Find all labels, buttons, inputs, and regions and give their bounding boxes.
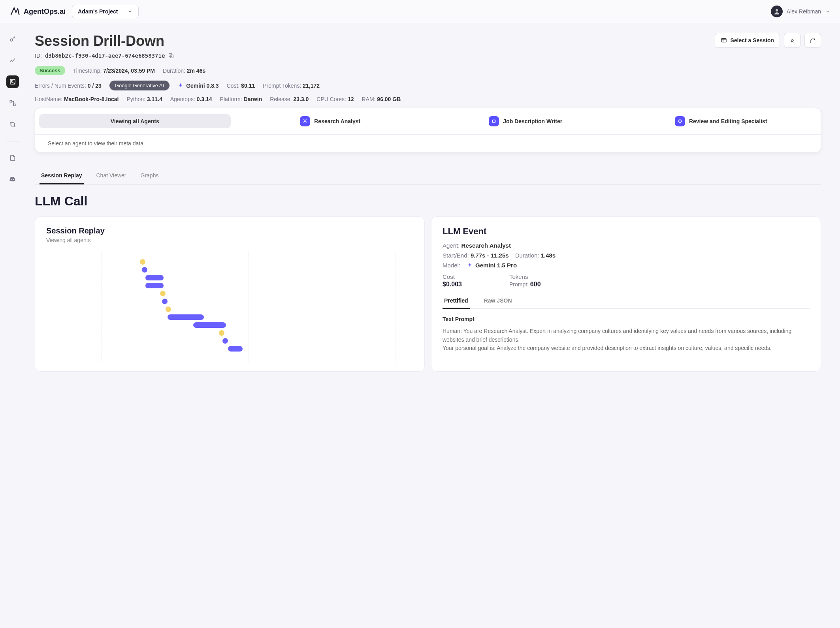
main: Session Drill-Down ID: d3b86b2c-f930-4d1… bbox=[25, 23, 840, 391]
sparkle-icon bbox=[467, 262, 473, 269]
agents-hint: Select an agent to view their meta data bbox=[35, 135, 821, 152]
nav-docs[interactable] bbox=[6, 152, 19, 164]
tab-session-replay[interactable]: Session Replay bbox=[40, 168, 84, 184]
file-icon bbox=[9, 154, 16, 162]
nav-discord[interactable] bbox=[6, 173, 19, 186]
agent-tab-review[interactable]: Review and Editing Specialist bbox=[625, 112, 817, 130]
discord-icon bbox=[9, 176, 16, 183]
nav-analytics[interactable] bbox=[6, 54, 19, 67]
logo-icon bbox=[9, 6, 21, 17]
agent-tab-all[interactable]: Viewing all Agents bbox=[39, 114, 231, 128]
agent-tab-writer[interactable]: Job Description Writer bbox=[430, 112, 622, 130]
agent-square-icon bbox=[489, 116, 499, 126]
nav-sessions[interactable] bbox=[6, 75, 19, 88]
chart-line-icon bbox=[9, 57, 16, 64]
select-session-button[interactable]: Select a Session bbox=[715, 33, 780, 48]
nav-traces[interactable] bbox=[6, 97, 19, 109]
user-menu[interactable]: Alex Reibman bbox=[771, 6, 831, 17]
replay-bar[interactable] bbox=[222, 338, 228, 344]
nav-compare[interactable] bbox=[6, 118, 19, 131]
subtab-raw[interactable]: Raw JSON bbox=[482, 294, 514, 308]
flow-icon bbox=[9, 100, 16, 107]
username: Alex Reibman bbox=[787, 8, 821, 15]
svg-point-1 bbox=[10, 39, 13, 41]
agent-tab-research[interactable]: Research Analyst bbox=[235, 112, 426, 130]
table-icon bbox=[721, 37, 727, 43]
session-replay-card: Session Replay Viewing all agents bbox=[35, 216, 425, 372]
replay-bar[interactable] bbox=[142, 267, 147, 273]
svg-rect-12 bbox=[493, 120, 495, 123]
replay-waterfall[interactable] bbox=[46, 251, 413, 362]
nav-key[interactable] bbox=[6, 33, 19, 45]
replay-title: Session Replay bbox=[46, 226, 413, 235]
svg-point-11 bbox=[305, 120, 306, 122]
avatar bbox=[771, 6, 783, 17]
agent-gear-icon bbox=[300, 116, 310, 126]
id-label: ID: bbox=[35, 53, 42, 59]
replay-bar[interactable] bbox=[193, 322, 226, 328]
replay-bar[interactable] bbox=[140, 259, 145, 265]
session-id: d3b86b2c-f930-4d17-aee7-674e6858371e bbox=[45, 53, 165, 59]
replay-bar[interactable] bbox=[228, 346, 243, 352]
page-title: Session Drill-Down bbox=[35, 33, 174, 49]
replay-bar[interactable] bbox=[160, 291, 166, 296]
git-compare-icon bbox=[9, 121, 16, 128]
svg-point-7 bbox=[14, 126, 15, 127]
sparkle-icon bbox=[177, 83, 184, 89]
replay-bar[interactable] bbox=[168, 314, 204, 320]
replay-bar[interactable] bbox=[162, 299, 168, 304]
status-badge: Success bbox=[35, 66, 65, 75]
key-icon bbox=[9, 36, 16, 43]
sidebar-divider bbox=[6, 141, 19, 141]
section-title: LLM Call bbox=[35, 194, 821, 209]
svg-point-6 bbox=[10, 122, 11, 123]
refresh-button[interactable] bbox=[804, 33, 821, 48]
replay-bar[interactable] bbox=[166, 306, 171, 312]
replay-subtitle: Viewing all agents bbox=[46, 237, 413, 243]
brand-name: AgentOps.ai bbox=[24, 8, 66, 16]
tab-chat-viewer[interactable]: Chat Viewer bbox=[95, 168, 128, 184]
event-title: LLM Event bbox=[443, 226, 810, 237]
chevron-down-icon bbox=[825, 9, 831, 14]
logo[interactable]: AgentOps.ai bbox=[9, 6, 66, 17]
replay-bar[interactable] bbox=[219, 330, 224, 336]
subtab-prettified[interactable]: Prettified bbox=[443, 294, 470, 309]
agent-diamond-icon bbox=[675, 116, 685, 126]
image-icon bbox=[9, 78, 16, 85]
refresh-icon bbox=[810, 37, 816, 43]
tabs: Session Replay Chat Viewer Graphs bbox=[35, 168, 821, 184]
llm-event-card: LLM Event Agent: Research Analyst Start/… bbox=[431, 216, 821, 372]
tab-graphs[interactable]: Graphs bbox=[139, 168, 160, 184]
project-name: Adam's Project bbox=[78, 8, 118, 15]
sidebar bbox=[0, 23, 25, 391]
svg-rect-4 bbox=[10, 100, 12, 102]
chevron-double-up-icon bbox=[789, 37, 795, 43]
topbar: AgentOps.ai Adam's Project Alex Reibman bbox=[0, 0, 840, 23]
event-subtabs: Prettified Raw JSON bbox=[443, 294, 810, 309]
replay-bar[interactable] bbox=[145, 283, 164, 288]
project-select[interactable]: Adam's Project bbox=[72, 5, 139, 18]
svg-point-3 bbox=[11, 80, 12, 81]
agents-panel: Viewing all Agents Research Analyst Job … bbox=[35, 108, 821, 152]
svg-point-0 bbox=[776, 9, 778, 11]
provider-badge: Google Generative AI bbox=[109, 81, 170, 90]
svg-rect-10 bbox=[721, 38, 726, 42]
collapse-button[interactable] bbox=[784, 33, 800, 48]
text-prompt-body: Human: You are Research Analyst. Expert … bbox=[443, 327, 810, 353]
text-prompt-title: Text Prompt bbox=[443, 316, 810, 322]
replay-bar[interactable] bbox=[145, 275, 164, 280]
copy-icon[interactable] bbox=[168, 53, 174, 59]
chevron-down-icon bbox=[127, 9, 133, 14]
